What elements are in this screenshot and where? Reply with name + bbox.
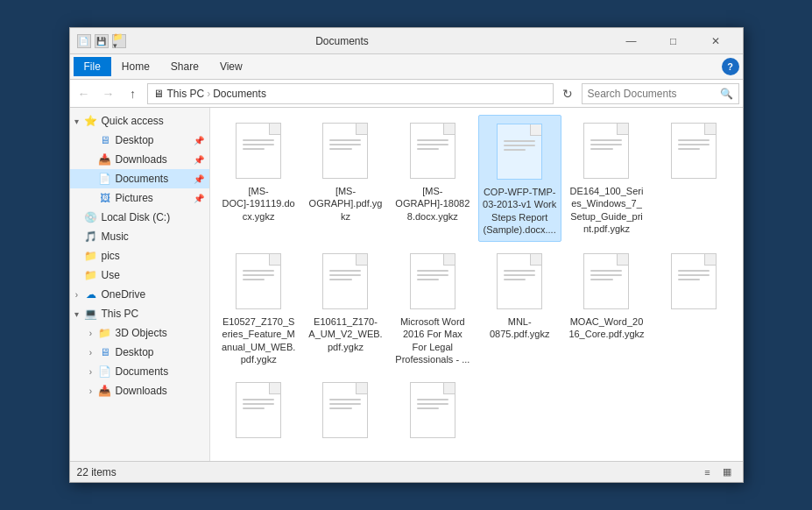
tab-share[interactable]: Share	[160, 57, 209, 76]
sidebar-item-label: Local Disk (C:)	[102, 211, 204, 223]
file-icon	[232, 120, 285, 181]
file-icon	[319, 251, 371, 312]
sidebar-item-3d-objects[interactable]: › 📁 3D Objects	[70, 323, 209, 343]
expand-icon: ›	[84, 329, 98, 338]
file-icon	[406, 120, 459, 181]
ribbon-tabs: File Home Share View ?	[70, 54, 743, 79]
list-item[interactable]	[391, 374, 474, 450]
expand-icon: ›	[84, 386, 98, 396]
star-icon: ⭐	[84, 114, 98, 128]
sidebar-item-local-disk[interactable]: 💿 Local Disk (C:)	[70, 208, 209, 227]
up-button[interactable]: ↑	[123, 83, 144, 104]
desktop-icon: 🖥	[98, 345, 112, 359]
music-icon: 🎵	[84, 230, 98, 244]
documents-icon: 📄	[98, 365, 112, 379]
sidebar-item-label: Downloads	[116, 385, 204, 397]
search-icon: 🔍	[720, 88, 733, 100]
close-button[interactable]: ✕	[695, 28, 736, 54]
file-name: Microsoft Word 2016 For Max For Legal Pr…	[394, 315, 470, 365]
list-item[interactable]: MNL-0875.pdf.ygkz	[478, 245, 561, 371]
list-item[interactable]: E10611_Z170-A_UM_V2_WEB.pdf.ygkz	[304, 245, 387, 371]
list-item[interactable]	[652, 115, 735, 242]
folder-icon: 📁	[84, 268, 98, 282]
list-item[interactable]: [MS-OGRAPH].pdf.ygkz	[304, 115, 387, 242]
sidebar-item-documents2[interactable]: › 📄 Documents	[70, 362, 209, 381]
file-name: [MS-OGRAPH].pdf.ygkz	[307, 185, 384, 223]
downloads-icon: 📥	[98, 152, 112, 166]
expand-icon: ›	[84, 367, 98, 377]
list-item[interactable]: [MS-OGRAPH]-180828.docx.ygkz	[391, 115, 474, 242]
explorer-window: 📄 💾 📁▾ Documents — □ ✕ File Home Share V…	[69, 27, 744, 483]
list-item[interactable]	[217, 374, 300, 450]
list-item[interactable]: [MS-DOC]-191119.docx.ygkz	[217, 115, 300, 242]
file-name: E10527_Z170_Series_Feature_Manual_UM_WEB…	[221, 315, 297, 365]
pin-icon: 📌	[194, 136, 204, 145]
list-view-button[interactable]: ≡	[699, 464, 717, 480]
sidebar-item-desktop2[interactable]: › 🖥 Desktop	[70, 343, 209, 362]
sidebar-item-downloads2[interactable]: › 📥 Downloads	[70, 381, 209, 400]
list-item[interactable]: MOAC_Word_2016_Core.pdf.ygkz	[565, 245, 648, 371]
sidebar-item-desktop[interactable]: 🖥 Desktop 📌	[70, 131, 209, 150]
sidebar-item-label: Desktop	[116, 346, 204, 358]
file-icon	[319, 120, 371, 181]
file-name: E10611_Z170-A_UM_V2_WEB.pdf.ygkz	[307, 315, 384, 353]
file-icon	[493, 121, 546, 182]
file-name: [MS-OGRAPH]-180828.docx.ygkz	[394, 185, 470, 223]
sidebar-item-downloads[interactable]: 📥 Downloads 📌	[70, 150, 209, 169]
tab-file[interactable]: File	[74, 57, 111, 76]
folder-icon: 📁	[84, 249, 98, 263]
list-item[interactable]: DE164_100_Series_Windows_7_Setup_Guide_p…	[565, 115, 648, 242]
sidebar-item-this-pc[interactable]: ▾ 💻 This PC	[70, 304, 209, 323]
file-icon	[580, 251, 632, 312]
downloads-icon: 📥	[98, 384, 112, 398]
folder-icon: 📁	[98, 326, 112, 340]
sidebar-item-pictures[interactable]: 🖼 Pictures 📌	[70, 188, 209, 208]
list-item[interactable]: Microsoft Word 2016 For Max For Legal Pr…	[391, 245, 474, 371]
file-icon	[406, 251, 459, 312]
grid-view-button[interactable]: ▦	[718, 464, 736, 480]
sidebar-item-quick-access[interactable]: ▾ ⭐ Quick access	[70, 111, 209, 131]
sidebar-item-documents[interactable]: 📄 Documents 📌	[70, 169, 209, 188]
onedrive-icon: ☁	[84, 287, 98, 301]
sidebar-item-pics[interactable]: 📁 pics	[70, 246, 209, 266]
file-icon	[493, 251, 546, 312]
search-box[interactable]: 🔍	[582, 83, 739, 104]
ribbon: File Home Share View ?	[70, 54, 743, 80]
search-input[interactable]	[588, 88, 720, 100]
list-item[interactable]: E10527_Z170_Series_Feature_Manual_UM_WEB…	[217, 245, 300, 371]
sidebar-item-music[interactable]: 🎵 Music	[70, 227, 209, 246]
pin-icon: 📌	[194, 194, 204, 203]
tab-view[interactable]: View	[209, 57, 253, 76]
list-item[interactable]: COP-WFP-TMP-03-2013-v1 Work Steps Report…	[478, 115, 561, 242]
file-name: COP-WFP-TMP-03-2013-v1 Work Steps Report…	[483, 186, 557, 236]
tab-home[interactable]: Home	[111, 57, 160, 76]
status-bar: 22 items ≡ ▦	[70, 461, 743, 482]
pin-icon: 📌	[194, 174, 204, 184]
forward-button[interactable]: →	[98, 83, 119, 104]
refresh-button[interactable]: ↻	[557, 83, 578, 104]
sidebar-item-onedrive[interactable]: › ☁ OneDrive	[70, 285, 209, 304]
maximize-button[interactable]: □	[653, 28, 694, 54]
sidebar-item-label: Music	[102, 230, 204, 243]
list-item[interactable]	[304, 374, 387, 450]
sidebar-item-label: Documents	[116, 173, 192, 185]
minimize-button[interactable]: —	[611, 28, 652, 54]
files-grid: [MS-DOC]-191119.docx.ygkz [MS-OGRAPH].pd…	[217, 115, 736, 450]
file-name: DE164_100_Series_Windows_7_Setup_Guide_p…	[568, 185, 645, 235]
path-icon: 🖥	[153, 88, 164, 100]
back-button[interactable]: ←	[74, 83, 95, 104]
file-icon	[667, 251, 720, 312]
status-text: 22 items	[77, 466, 699, 478]
list-item[interactable]	[652, 245, 735, 371]
address-path[interactable]: 🖥 This PC › Documents	[147, 83, 554, 104]
title-bar: 📄 💾 📁▾ Documents — □ ✕	[70, 28, 743, 54]
local-disk-icon: 💿	[84, 210, 98, 224]
file-area[interactable]: [MS-DOC]-191119.docx.ygkz [MS-OGRAPH].pd…	[210, 108, 743, 461]
sidebar-item-label: Use	[102, 269, 204, 281]
window-controls: — □ ✕	[611, 28, 736, 54]
sidebar-item-use[interactable]: 📁 Use	[70, 266, 209, 285]
help-button[interactable]: ?	[722, 58, 739, 75]
sidebar-item-label: 3D Objects	[116, 327, 204, 339]
sidebar-item-label: pics	[102, 250, 204, 262]
file-name: [MS-DOC]-191119.docx.ygkz	[221, 185, 297, 223]
